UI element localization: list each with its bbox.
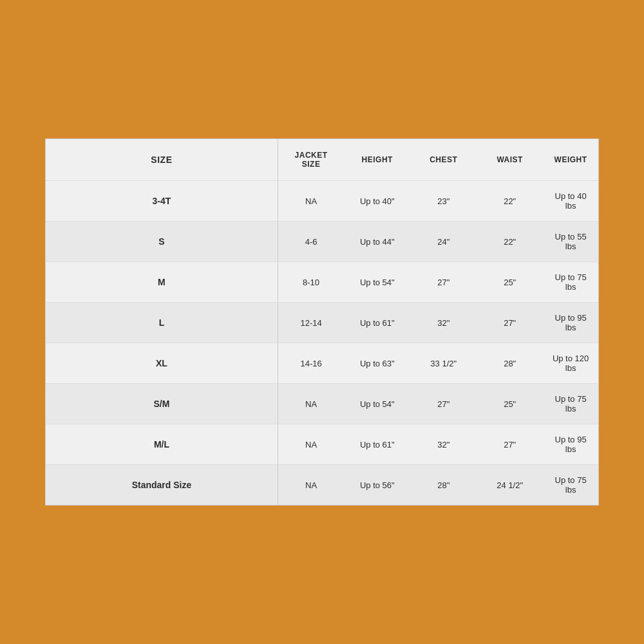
cell-chest: 24": [410, 222, 477, 262]
cell-jacket-size: 12-14: [278, 303, 344, 343]
cell-chest: 28": [410, 465, 477, 506]
cell-jacket-size: NA: [278, 465, 344, 506]
table-row: S/MNAUp to 54"27"25"Up to 75 lbs: [46, 384, 598, 424]
cell-waist: 27": [477, 424, 543, 465]
table-row: M8-10Up to 54"27"25"Up to 75 lbs: [46, 262, 598, 303]
cell-size: XL: [46, 343, 278, 384]
table-header-row: SIZE JACKET SIZE HEIGHT CHEST WAIST WEIG…: [46, 139, 598, 181]
cell-weight: Up to 75 lbs: [543, 262, 598, 303]
cell-size: M/L: [46, 424, 278, 465]
cell-chest: 27": [410, 384, 477, 424]
cell-height: Up to 54": [344, 262, 410, 303]
cell-weight: Up to 120 lbs: [543, 343, 598, 384]
cell-waist: 24 1/2": [477, 465, 543, 506]
cell-height: Up to 61": [344, 303, 410, 343]
cell-chest: 33 1/2": [410, 343, 477, 384]
cell-jacket-size: NA: [278, 384, 344, 424]
header-height: HEIGHT: [344, 139, 410, 181]
cell-size: L: [46, 303, 278, 343]
cell-chest: 32": [410, 303, 477, 343]
header-chest: CHEST: [410, 139, 477, 181]
header-jacket-size: JACKET SIZE: [278, 139, 344, 181]
cell-waist: 25": [477, 262, 543, 303]
cell-weight: Up to 75 lbs: [543, 465, 598, 506]
cell-size: Standard Size: [46, 465, 278, 506]
cell-size: M: [46, 262, 278, 303]
cell-height: Up to 56": [344, 465, 410, 506]
cell-jacket-size: 4-6: [278, 222, 344, 262]
table-row: 3-4TNAUp to 40"23"22"Up to 40 lbs: [46, 181, 598, 222]
table-row: XL14-16Up to 63"33 1/2"28"Up to 120 lbs: [46, 343, 598, 384]
cell-size: S/M: [46, 384, 278, 424]
cell-chest: 32": [410, 424, 477, 465]
cell-weight: Up to 55 lbs: [543, 222, 598, 262]
cell-waist: 22": [477, 222, 543, 262]
size-chart-container: SIZE JACKET SIZE HEIGHT CHEST WAIST WEIG…: [45, 138, 599, 506]
size-chart-table: SIZE JACKET SIZE HEIGHT CHEST WAIST WEIG…: [46, 139, 598, 505]
cell-size: S: [46, 222, 278, 262]
table-row: S4-6Up to 44"24"22"Up to 55 lbs: [46, 222, 598, 262]
cell-weight: Up to 95 lbs: [543, 424, 598, 465]
page-background: SIZE JACKET SIZE HEIGHT CHEST WAIST WEIG…: [42, 58, 602, 586]
cell-height: Up to 44": [344, 222, 410, 262]
cell-waist: 28": [477, 343, 543, 384]
cell-height: Up to 54": [344, 384, 410, 424]
header-size: SIZE: [46, 139, 278, 181]
cell-jacket-size: 14-16: [278, 343, 344, 384]
cell-chest: 23": [410, 181, 477, 222]
header-weight: WEIGHT: [543, 139, 598, 181]
cell-jacket-size: NA: [278, 424, 344, 465]
table-row: Standard SizeNAUp to 56"28"24 1/2"Up to …: [46, 465, 598, 506]
cell-weight: Up to 40 lbs: [543, 181, 598, 222]
cell-height: Up to 63": [344, 343, 410, 384]
table-row: M/LNAUp to 61"32"27"Up to 95 lbs: [46, 424, 598, 465]
cell-chest: 27": [410, 262, 477, 303]
cell-weight: Up to 75 lbs: [543, 384, 598, 424]
cell-jacket-size: NA: [278, 181, 344, 222]
cell-jacket-size: 8-10: [278, 262, 344, 303]
header-waist: WAIST: [477, 139, 543, 181]
cell-waist: 27": [477, 303, 543, 343]
cell-waist: 25": [477, 384, 543, 424]
cell-height: Up to 40": [344, 181, 410, 222]
cell-waist: 22": [477, 181, 543, 222]
cell-weight: Up to 95 lbs: [543, 303, 598, 343]
cell-size: 3-4T: [46, 181, 278, 222]
cell-height: Up to 61": [344, 424, 410, 465]
table-row: L12-14Up to 61"32"27"Up to 95 lbs: [46, 303, 598, 343]
